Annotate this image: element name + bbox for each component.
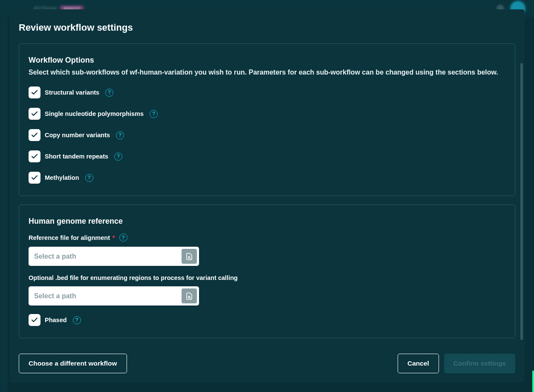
check-icon — [31, 110, 38, 118]
checkbox-structural-variants[interactable] — [29, 86, 40, 98]
check-icon — [31, 174, 38, 182]
checkbox-snp[interactable] — [29, 108, 40, 120]
option-label: Copy number variants — [45, 132, 110, 138]
reference-file-input[interactable] — [31, 249, 182, 264]
option-cnv: Copy number variants ? — [29, 129, 505, 141]
modal-body: Workflow Options Select which sub-workfl… — [9, 37, 525, 344]
cancel-button[interactable]: Cancel — [398, 354, 439, 373]
option-label: Single nucleotide polymorphisms — [45, 110, 144, 117]
option-label: Structural variants — [45, 89, 99, 96]
help-icon[interactable]: ? — [114, 153, 122, 161]
workflow-settings-modal: Review workflow settings Workflow Option… — [9, 9, 525, 383]
bed-file-input-wrap — [29, 286, 199, 306]
option-snp: Single nucleotide polymorphisms ? — [29, 108, 505, 120]
check-icon — [31, 131, 38, 139]
check-icon — [31, 153, 38, 160]
help-icon[interactable]: ? — [73, 316, 81, 324]
reference-file-label: Reference file for alignment * ? — [29, 233, 505, 242]
option-label: Short tandem repeats — [45, 153, 108, 160]
check-icon — [31, 316, 38, 324]
workflow-options-title: Workflow Options — [29, 56, 505, 65]
workflow-options-desc: Select which sub-workflows of wf-human-v… — [29, 67, 505, 77]
genome-reference-panel: Human genome reference Reference file fo… — [19, 205, 515, 338]
option-label: Phased — [45, 317, 67, 323]
help-icon[interactable]: ? — [119, 233, 127, 242]
svg-line-3 — [190, 297, 191, 298]
svg-line-1 — [190, 258, 191, 259]
bed-file-browse-button[interactable] — [182, 288, 197, 303]
bed-file-input[interactable] — [31, 288, 182, 303]
required-star: * — [113, 234, 115, 241]
choose-different-workflow-button[interactable]: Choose a different workflow — [19, 354, 127, 373]
confirm-settings-button[interactable]: Confirm settings — [444, 354, 515, 373]
reference-file-field: Reference file for alignment * ? — [29, 233, 505, 266]
checkbox-cnv[interactable] — [29, 129, 40, 141]
help-icon[interactable]: ? — [85, 174, 93, 182]
reference-file-browse-button[interactable] — [182, 249, 197, 264]
check-icon — [31, 89, 38, 96]
checkbox-methylation[interactable] — [29, 172, 40, 184]
reference-file-input-wrap — [29, 247, 199, 266]
modal-header: Review workflow settings — [9, 9, 525, 37]
app-sidebar-blur — [0, 17, 8, 392]
help-icon[interactable]: ? — [150, 110, 158, 118]
reference-file-label-text: Reference file for alignment — [29, 234, 110, 241]
accent-bar — [532, 371, 534, 392]
modal-title: Review workflow settings — [19, 22, 515, 33]
help-icon[interactable]: ? — [105, 89, 113, 97]
genome-reference-title: Human genome reference — [29, 217, 505, 226]
option-methylation: Methylation ? — [29, 172, 505, 184]
option-structural-variants: Structural variants ? — [29, 86, 505, 98]
option-label: Methylation — [45, 174, 79, 181]
bed-file-field: Optional .bed file for enumerating regio… — [29, 274, 505, 306]
checkbox-phased[interactable] — [29, 314, 40, 326]
workflow-options-panel: Workflow Options Select which sub-workfl… — [19, 43, 515, 196]
file-search-icon — [185, 292, 193, 300]
option-str: Short tandem repeats ? — [29, 150, 505, 162]
bed-file-label: Optional .bed file for enumerating regio… — [29, 274, 505, 281]
help-icon[interactable]: ? — [116, 131, 124, 139]
modal-footer: Choose a different workflow Cancel Confi… — [9, 344, 525, 383]
file-search-icon — [185, 253, 193, 260]
checkbox-str[interactable] — [29, 150, 40, 162]
bed-file-label-text: Optional .bed file for enumerating regio… — [29, 274, 238, 281]
option-phased: Phased ? — [29, 314, 505, 326]
scrollbar-thumb[interactable] — [520, 63, 523, 340]
